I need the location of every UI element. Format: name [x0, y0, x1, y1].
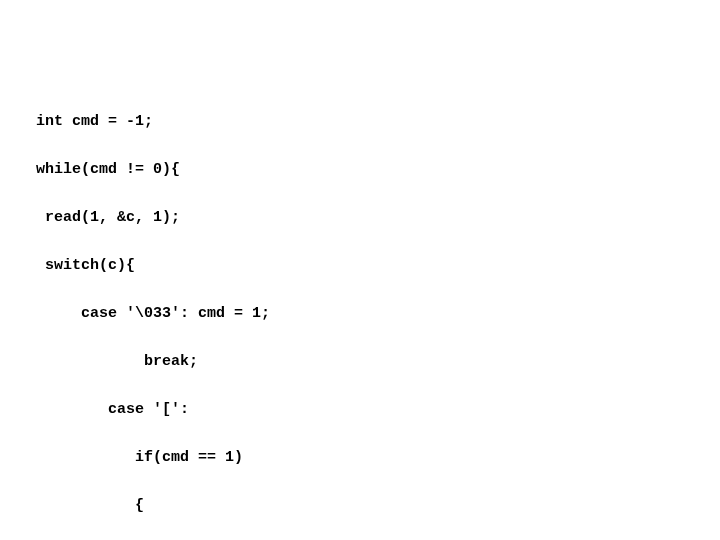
- code-line: {: [36, 494, 720, 518]
- code-line: if(cmd == 1): [36, 446, 720, 470]
- code-line: switch(c){: [36, 254, 720, 278]
- code-line: break;: [36, 350, 720, 374]
- code-line: case '[':: [36, 398, 720, 422]
- code-line: read(1, &c, 1);: [36, 206, 720, 230]
- code-line: case '\033': cmd = 1;: [36, 302, 720, 326]
- code-line: while(cmd != 0){: [36, 158, 720, 182]
- code-line: int cmd = -1;: [36, 110, 720, 134]
